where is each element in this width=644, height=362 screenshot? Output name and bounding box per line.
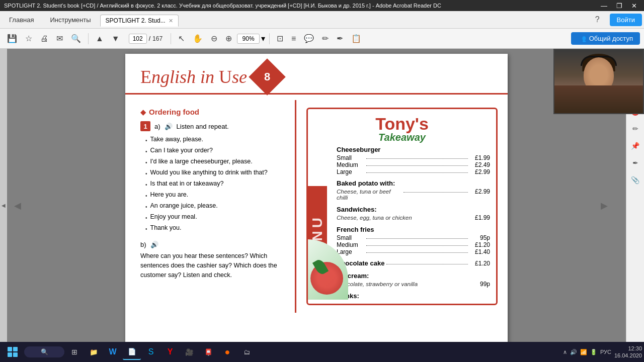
right-attach-tool[interactable]: 📎 <box>629 173 642 187</box>
minimize-button[interactable]: — <box>598 2 610 10</box>
taskbar-zoom[interactable]: 🎥 <box>180 344 198 360</box>
tab-doc-label: SPOTLIGHT 2. Stud... <box>106 17 166 24</box>
taskbar-orange-app[interactable]: ● <box>218 344 236 360</box>
tab-document[interactable]: SPOTLIGHT 2. Stud... ✕ <box>100 15 179 27</box>
menu-card: Tony's Takeaway MENU Cheesebur <box>306 108 498 305</box>
tray-language[interactable]: РУС <box>600 349 611 355</box>
menu-drinks: Drinks: <box>337 292 490 300</box>
page-nav: / 167 <box>129 34 163 44</box>
page-separator: / <box>149 35 150 42</box>
taskbar-search[interactable]: 🔍 <box>24 346 64 357</box>
list-item: •Would you like anything to drink with t… <box>145 168 285 177</box>
left-panel[interactable]: ◀ <box>0 49 7 362</box>
print-button[interactable]: 🖨 <box>37 32 51 45</box>
taskbar-acrobat[interactable]: 📄 <box>123 344 141 360</box>
sign-button[interactable]: ✒ <box>334 32 346 45</box>
section-title: ◆ Ordering food <box>140 108 285 116</box>
taskbar-skype[interactable]: S <box>142 344 160 360</box>
menu-baked-potato: Baked potato with: Cheese, tuna or beef … <box>337 179 490 202</box>
zoom-out-button[interactable]: ⊖ <box>208 32 220 45</box>
title-bar: SPOTLIGHT 2. Student's book [+CD] / Англ… <box>0 0 644 11</box>
menu-chocolate-cake: Chocolate cake £1.20 <box>337 259 490 268</box>
taskbar-mail[interactable]: 📮 <box>199 344 217 360</box>
cursor-tool[interactable]: ↖ <box>175 32 188 45</box>
start-button[interactable] <box>2 344 23 360</box>
taskbar-files[interactable]: 🗂 <box>237 344 256 360</box>
list-item: •Take away, please. <box>145 135 285 144</box>
tray-battery[interactable]: 🔋 <box>590 349 597 355</box>
zoom-in-button[interactable]: ⊕ <box>222 32 235 45</box>
signin-button[interactable]: Войти <box>610 14 642 26</box>
tab-home[interactable]: Главная <box>2 13 41 27</box>
tab-tools[interactable]: Инструменты <box>43 13 98 27</box>
pdf-page: English in Use 8 ◆ Ordering food 1 a) <box>125 54 508 350</box>
highlight-button[interactable]: ✏ <box>319 32 332 45</box>
menu-items: Cheeseburger Small £1.99 Medium <box>331 146 496 300</box>
taskbar: 🔍 ⊞ 📁 W 📄 S Y 🎥 📮 ● 🗂 ∧ 🔊 📶 🔋 РУС 12:30 … <box>0 342 644 362</box>
right-sign-tool[interactable]: ✒ <box>629 156 642 169</box>
menu-row: Cheese, egg, tuna or chicken £1.99 <box>337 214 490 222</box>
enu-header: English in Use 8 <box>125 54 508 95</box>
comment-button[interactable]: 💬 <box>301 32 317 45</box>
document-area: English in Use 8 ◆ Ordering food 1 a) <box>7 49 626 362</box>
stamp-button[interactable]: 📋 <box>348 32 364 45</box>
list-item: •Enjoy your meal. <box>145 213 285 222</box>
exercise-b-text: Where can you hear these sentences? Whic… <box>140 251 285 280</box>
audio-icon-a[interactable]: 🔊 <box>165 123 173 130</box>
right-tool-panel: 🔍 📄 💬 🔴 ✏ 📌 ✒ 📎 <box>626 49 644 362</box>
task-view-button[interactable]: ⊞ <box>65 344 84 360</box>
scroll-button[interactable]: ≡ <box>288 32 299 45</box>
content-body: ◆ Ordering food 1 a) 🔊 Listen and repeat… <box>125 100 508 313</box>
title-text: SPOTLIGHT 2. Student's book [+CD] / Англ… <box>4 3 441 9</box>
tab-close-icon[interactable]: ✕ <box>169 18 173 24</box>
menu-header: Tony's Takeaway <box>308 109 496 146</box>
phrase-list: •Take away, please. •Can I take your ord… <box>145 135 285 233</box>
menu-row: Large £1.40 <box>337 248 490 255</box>
right-pin-tool[interactable]: 📌 <box>629 139 642 152</box>
list-item: •Can I take your order? <box>145 146 285 155</box>
help-icon[interactable]: ? <box>590 15 605 24</box>
bookmark-button[interactable]: ☆ <box>22 32 35 45</box>
share-icon: 👥 <box>578 35 586 42</box>
restaurant-name: Tony's <box>308 114 496 134</box>
tray-volume[interactable]: 🔊 <box>570 349 577 355</box>
menu-row: Large £2.99 <box>337 168 490 175</box>
diamond-number: 8 <box>264 70 270 83</box>
taskbar-explorer[interactable]: 📁 <box>85 344 103 360</box>
right-section: Tony's Takeaway MENU Cheesebur <box>296 100 508 313</box>
email-button[interactable]: ✉ <box>53 32 66 45</box>
audio-icon-b[interactable]: 🔊 <box>150 241 158 248</box>
clock-date: 16.04.2020 <box>614 352 642 359</box>
zoom-dropdown-arrow[interactable]: ▾ <box>261 34 265 43</box>
main-area: ◀ English in Use 8 ◆ Ordering food <box>0 49 644 362</box>
right-highlight-tool[interactable]: ✏ <box>629 122 642 135</box>
fit-button[interactable]: ⊡ <box>274 32 286 45</box>
zoom-input[interactable] <box>237 34 260 44</box>
menu-row: Small £1.99 <box>337 154 490 161</box>
exercise-a-label: a) <box>154 123 160 130</box>
menu-row: Small 95p <box>337 234 490 241</box>
exercise-1-label: 1 a) 🔊 Listen and repeat. <box>140 121 285 131</box>
next-page-button[interactable]: ▼ <box>109 32 123 45</box>
webcam-person <box>554 50 643 113</box>
scroll-left-arrow[interactable]: ◀ <box>14 200 21 211</box>
restore-button[interactable]: ❐ <box>613 2 625 10</box>
tray-network[interactable]: 📶 <box>580 349 587 355</box>
prev-page-button[interactable]: ▲ <box>93 32 107 45</box>
scroll-right-arrow[interactable]: ▶ <box>601 200 608 211</box>
save-button[interactable]: 💾 <box>4 32 20 45</box>
tray-expand[interactable]: ∧ <box>563 349 567 355</box>
search-button[interactable]: 🔍 <box>68 32 84 45</box>
close-button[interactable]: ✕ <box>628 2 640 10</box>
restaurant-subtitle: Takeaway <box>308 132 496 143</box>
taskbar-word[interactable]: W <box>104 344 122 360</box>
share-label: Общий доступ <box>589 35 633 42</box>
menu-ice-cream: Ice cream: Chocolate, strawberry or vani… <box>337 272 490 288</box>
page-input[interactable] <box>129 34 147 44</box>
taskbar-yandex[interactable]: Y <box>161 344 179 360</box>
hand-tool[interactable]: ✋ <box>190 32 206 45</box>
toolbar: 💾 ☆ 🖨 ✉ 🔍 ▲ ▼ / 167 ↖ ✋ ⊖ ⊕ ▾ ⊡ ≡ 💬 ✏ ✒ … <box>0 29 644 49</box>
menu-row: Chocolate, strawberry or vanilla 99p <box>337 281 490 288</box>
share-button[interactable]: 👥 Общий доступ <box>571 32 640 45</box>
clock-time: 12:30 <box>614 345 642 352</box>
